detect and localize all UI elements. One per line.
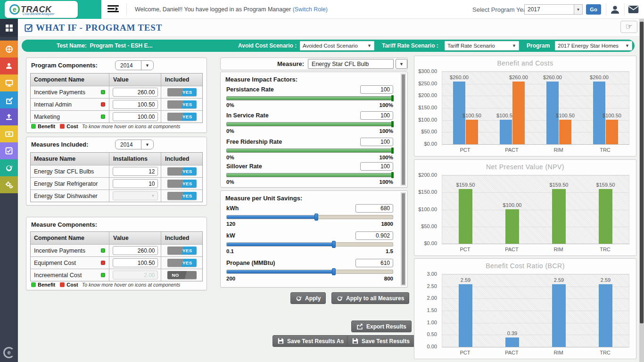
- benefit-indicator-icon[interactable]: [101, 273, 105, 277]
- kwh-input[interactable]: [355, 204, 393, 213]
- col-value: Value: [109, 232, 161, 244]
- unit-savings-scrollbar[interactable]: [401, 192, 406, 286]
- value-input[interactable]: [113, 258, 158, 267]
- table-row: Incentive Payments YES: [31, 244, 202, 256]
- included-toggle[interactable]: YES: [167, 259, 197, 267]
- sidebar-item-programs[interactable]: [0, 41, 18, 58]
- slider-handle[interactable]: [314, 214, 318, 221]
- slider-handle[interactable]: [391, 121, 394, 127]
- sidebar-item-settings[interactable]: [0, 176, 18, 193]
- included-toggle[interactable]: YES: [167, 192, 197, 200]
- installations-input[interactable]: [113, 167, 158, 176]
- cost-indicator-icon[interactable]: [101, 261, 105, 265]
- apply-button[interactable]: Apply: [290, 292, 326, 304]
- save-test-results-as-button[interactable]: Save Test Results As: [272, 335, 349, 347]
- included-toggle[interactable]: YES: [167, 167, 197, 175]
- propane-input[interactable]: [355, 259, 393, 267]
- measure-select[interactable]: Energy Star CFL Bulb: [308, 59, 394, 69]
- export-results-button[interactable]: Export Results: [351, 321, 412, 332]
- kw-slider[interactable]: [226, 242, 393, 247]
- slider-max: 100%: [380, 102, 393, 108]
- persistance-rate-slider[interactable]: [226, 96, 393, 100]
- benefit-indicator-icon[interactable]: [101, 115, 105, 119]
- tariff-select[interactable]: Tariff Rate Scenario ▼: [445, 41, 519, 50]
- program-components-year-select[interactable]: 2014 ▼: [115, 60, 154, 70]
- kwh-slider[interactable]: [226, 215, 393, 219]
- apply-to-all-measures-button[interactable]: Apply to all Measures: [331, 292, 409, 304]
- measures-included-title: Measures Included:: [31, 141, 88, 148]
- included-toggle[interactable]: YES: [167, 100, 197, 108]
- chevron-down-icon[interactable]: ▼: [396, 59, 407, 69]
- slider-handle[interactable]: [332, 241, 336, 248]
- tariff-value: Tariff Rate Scenario: [447, 43, 495, 49]
- propane-slider[interactable]: [226, 270, 393, 274]
- free-ridership-rate-input[interactable]: [360, 138, 393, 146]
- slider-handle[interactable]: [391, 95, 394, 101]
- measure-components-table: Component Name Value Included Incentive …: [30, 231, 203, 281]
- program-label: Program: [527, 40, 550, 52]
- kw-input[interactable]: [355, 231, 393, 240]
- avoid-cost-select[interactable]: Avoided Cost Scenario ▼: [300, 41, 374, 50]
- value-input[interactable]: [113, 246, 158, 255]
- included-toggle[interactable]: NO: [167, 271, 197, 279]
- test-name-value: Program Test - ESH E...: [90, 42, 152, 49]
- slider-handle[interactable]: [391, 172, 394, 178]
- chart-x-axis: PCTPACTRIMTRC: [442, 247, 629, 254]
- measure-value: Energy Star CFL Bulb: [312, 61, 369, 67]
- slider-handle[interactable]: [391, 148, 394, 154]
- sidebar-item-checklist[interactable]: [0, 142, 18, 159]
- measures-included-year-select[interactable]: 2014 ▼: [115, 140, 154, 149]
- save-test-results-button[interactable]: Save Test Results: [347, 335, 415, 347]
- hand-pointer-button[interactable]: ☞: [620, 21, 637, 33]
- program-year-select[interactable]: 2017 ▼: [524, 4, 583, 15]
- sidebar-item-dashboard[interactable]: [0, 19, 18, 37]
- sidebar-item-users[interactable]: [0, 58, 18, 74]
- slider-min: 120: [226, 221, 235, 227]
- sidebar-item-upload[interactable]: [0, 108, 18, 125]
- user-profile-icon[interactable]: [610, 5, 620, 16]
- measure-name: Energy Star Refrigerator: [34, 181, 98, 187]
- in-service-rate-input[interactable]: [360, 111, 393, 120]
- sidebar-item-presentation[interactable]: [0, 74, 18, 91]
- mail-icon[interactable]: [628, 5, 639, 16]
- persistance-rate-input[interactable]: [360, 85, 393, 94]
- value-input-disabled: [113, 271, 158, 280]
- value-input[interactable]: [113, 112, 158, 121]
- chevron-down-icon: ▼: [622, 43, 629, 48]
- scrollbar-thumb[interactable]: [402, 193, 405, 285]
- value-input[interactable]: [113, 88, 158, 97]
- benefit-indicator-icon[interactable]: [101, 90, 105, 94]
- installations-input[interactable]: [113, 179, 158, 188]
- go-button[interactable]: Go: [586, 4, 601, 15]
- chart-plot-area: $159.50$100.00$159.50$159.50: [442, 175, 629, 244]
- cost-indicator-icon[interactable]: [101, 102, 105, 107]
- included-toggle[interactable]: YES: [167, 88, 197, 96]
- benefit-indicator-icon[interactable]: [101, 248, 105, 253]
- welcome-text: Welcome, Daniel!! You have logged in as …: [135, 6, 328, 13]
- page-scrollbar[interactable]: [639, 19, 644, 362]
- impact-factors-scrollbar[interactable]: [401, 74, 406, 186]
- sidebar-item-what-if[interactable]: [0, 91, 18, 108]
- switch-role-link[interactable]: (Switch Role): [293, 6, 328, 13]
- sillover-rate-slider[interactable]: [226, 173, 393, 177]
- value-input[interactable]: [113, 100, 158, 109]
- free-ridership-rate-slider[interactable]: [226, 148, 393, 153]
- slider-handle[interactable]: [332, 268, 336, 275]
- sidebar-item-finance[interactable]: [0, 125, 18, 142]
- in-service-rate-slider[interactable]: [226, 122, 393, 126]
- included-toggle[interactable]: YES: [167, 180, 197, 188]
- program-select[interactable]: 2017 Energy Star Homes ▼: [555, 41, 632, 50]
- sillover-rate-input[interactable]: [360, 162, 393, 171]
- program-value: 2017 Energy Star Homes: [558, 43, 619, 49]
- scrollbar-thumb[interactable]: [402, 74, 405, 185]
- included-toggle[interactable]: YES: [167, 113, 197, 121]
- included-toggle[interactable]: YES: [167, 247, 197, 255]
- chevron-down-icon[interactable]: ▼: [574, 5, 582, 14]
- sidebar-item-sync[interactable]: [0, 159, 18, 176]
- page-scrollbar-thumb[interactable]: [640, 22, 644, 323]
- header-divider: [126, 3, 127, 16]
- menu-toggle-icon[interactable]: [107, 5, 120, 14]
- col-included: Included: [161, 74, 202, 86]
- col-component-name: Component Name: [31, 74, 109, 86]
- x-tick-label: PACT: [493, 147, 531, 153]
